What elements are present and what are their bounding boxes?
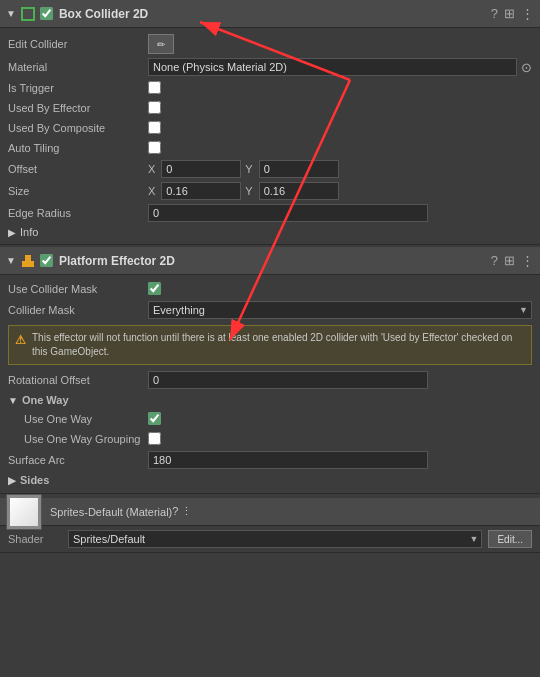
- menu-icon[interactable]: ⋮: [521, 6, 534, 21]
- material-field[interactable]: [148, 58, 517, 76]
- svg-rect-6: [25, 255, 31, 261]
- use-collider-mask-label: Use Collider Mask: [8, 283, 148, 295]
- shader-dropdown[interactable]: Sprites/Default: [68, 530, 482, 548]
- use-one-way-checkbox[interactable]: [148, 412, 161, 425]
- use-one-way-label: Use One Way: [8, 413, 148, 425]
- used-by-effector-row: Used By Effector: [0, 98, 540, 118]
- pe-layout-icon[interactable]: ⊞: [504, 253, 515, 268]
- sides-section-label: Sides: [20, 474, 49, 486]
- edit-collider-button[interactable]: ✏: [148, 34, 174, 54]
- material-label: Material: [8, 61, 148, 73]
- used-by-effector-value: [148, 101, 532, 116]
- info-label: Info: [20, 226, 38, 238]
- sides-section-header[interactable]: ▶ Sides: [0, 471, 540, 489]
- use-collider-mask-row: Use Collider Mask: [0, 279, 540, 299]
- used-by-composite-value: [148, 121, 532, 136]
- material-header-icons: ? ⋮: [172, 505, 192, 518]
- offset-row: Offset X Y: [0, 158, 540, 180]
- offset-label: Offset: [8, 163, 148, 175]
- size-label: Size: [8, 185, 148, 197]
- use-one-way-value: [148, 412, 532, 427]
- rotational-offset-input[interactable]: [148, 371, 428, 389]
- box-collider-checkbox[interactable]: [40, 7, 53, 20]
- platform-effector-body: Use Collider Mask Collider Mask Everythi…: [0, 275, 540, 493]
- platform-effector-checkbox[interactable]: [40, 254, 53, 267]
- one-way-section-header[interactable]: ▼ One Way: [0, 391, 540, 409]
- size-xy-row: X Y: [148, 182, 532, 200]
- used-by-composite-checkbox[interactable]: [148, 121, 161, 134]
- edit-collider-label: Edit Collider: [8, 38, 148, 50]
- size-y-input[interactable]: [259, 182, 339, 200]
- material-thumbnail: [6, 494, 42, 530]
- size-row: Size X Y: [0, 180, 540, 202]
- collider-mask-value: Everything ▼: [148, 301, 532, 319]
- material-title: Sprites-Default (Material): [50, 506, 172, 518]
- rotational-offset-row: Rotational Offset: [0, 369, 540, 391]
- material-row: Material ⊙: [0, 56, 540, 78]
- help-icon[interactable]: ?: [491, 6, 498, 21]
- offset-y-label: Y: [245, 163, 252, 175]
- shader-label: Shader: [8, 533, 68, 545]
- auto-tiling-checkbox[interactable]: [148, 141, 161, 154]
- shader-row: Shader Sprites/Default ▼ Edit...: [0, 526, 540, 552]
- use-one-way-grouping-label: Use One Way Grouping: [8, 433, 148, 445]
- is-trigger-value: [148, 81, 532, 96]
- box-collider-body: Edit Collider ✏ Material ⊙ Is Trigger: [0, 28, 540, 244]
- edit-collider-icon: ✏: [157, 39, 165, 50]
- surface-arc-value: [148, 451, 532, 469]
- shader-edit-button[interactable]: Edit...: [488, 530, 532, 548]
- surface-arc-input[interactable]: [148, 451, 428, 469]
- surface-arc-row: Surface Arc: [0, 449, 540, 471]
- edge-radius-input[interactable]: [148, 204, 428, 222]
- size-x-input[interactable]: [161, 182, 241, 200]
- offset-x-input[interactable]: [161, 160, 241, 178]
- auto-tiling-row: Auto Tiling: [0, 138, 540, 158]
- material-value-row: ⊙: [148, 58, 532, 76]
- is-trigger-checkbox[interactable]: [148, 81, 161, 94]
- use-one-way-grouping-checkbox[interactable]: [148, 432, 161, 445]
- warning-box: ⚠ This effector will not function until …: [8, 325, 532, 365]
- is-trigger-label: Is Trigger: [8, 82, 148, 94]
- svg-rect-5: [22, 261, 34, 267]
- info-row[interactable]: ▶ Info: [0, 224, 540, 240]
- box-collider-title: Box Collider 2D: [59, 7, 491, 21]
- auto-tiling-label: Auto Tiling: [8, 142, 148, 154]
- layout-icon[interactable]: ⊞: [504, 6, 515, 21]
- mat-help-icon[interactable]: ?: [172, 505, 178, 517]
- platform-effector-toggle[interactable]: ▼: [6, 255, 16, 266]
- box-collider-header: ▼ Box Collider 2D ? ⊞ ⋮: [0, 0, 540, 28]
- collider-mask-row: Collider Mask Everything ▼: [0, 299, 540, 321]
- edge-radius-value: [148, 204, 532, 222]
- collider-mask-label: Collider Mask: [8, 304, 148, 316]
- edge-radius-label: Edge Radius: [8, 207, 148, 219]
- pe-menu-icon[interactable]: ⋮: [521, 253, 534, 268]
- platform-effector-title: Platform Effector 2D: [59, 254, 491, 268]
- use-one-way-grouping-row: Use One Way Grouping: [0, 429, 540, 449]
- size-x-label: X: [148, 185, 155, 197]
- sides-toggle-arrow: ▶: [8, 475, 16, 486]
- svg-rect-4: [22, 8, 34, 20]
- collider-mask-dropdown[interactable]: Everything: [148, 301, 532, 319]
- surface-arc-label: Surface Arc: [8, 454, 148, 466]
- use-collider-mask-value: [148, 282, 532, 297]
- used-by-effector-checkbox[interactable]: [148, 101, 161, 114]
- shader-dropdown-wrapper: Sprites/Default ▼: [68, 530, 482, 548]
- platform-effector-header: ▼ Platform Effector 2D ? ⊞ ⋮: [0, 247, 540, 275]
- platform-effector-panel: ▼ Platform Effector 2D ? ⊞ ⋮ Use Collide…: [0, 247, 540, 494]
- offset-value: X Y: [148, 160, 532, 178]
- one-way-section-label: One Way: [22, 394, 69, 406]
- use-one-way-row: Use One Way: [0, 409, 540, 429]
- pe-help-icon[interactable]: ?: [491, 253, 498, 268]
- offset-y-input[interactable]: [259, 160, 339, 178]
- platform-effector-icon: [20, 253, 36, 269]
- material-select-icon[interactable]: ⊙: [521, 60, 532, 75]
- box-collider-header-icons: ? ⊞ ⋮: [491, 6, 534, 21]
- warning-text: This effector will not function until th…: [32, 331, 525, 359]
- offset-x-label: X: [148, 163, 155, 175]
- auto-tiling-value: [148, 141, 532, 156]
- mat-menu-icon[interactable]: ⋮: [181, 505, 192, 517]
- edit-collider-row: Edit Collider ✏: [0, 32, 540, 56]
- use-collider-mask-checkbox[interactable]: [148, 282, 161, 295]
- offset-xy-row: X Y: [148, 160, 532, 178]
- box-collider-toggle[interactable]: ▼: [6, 8, 16, 19]
